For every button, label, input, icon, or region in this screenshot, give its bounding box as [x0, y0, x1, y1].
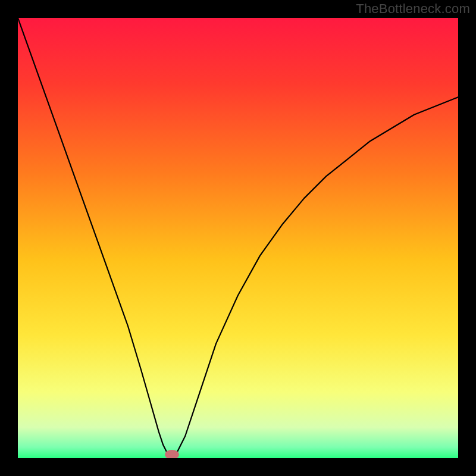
gradient-background	[18, 18, 458, 458]
plot-area	[18, 18, 458, 458]
watermark-text: TheBottleneck.com	[356, 1, 470, 17]
chart-container: TheBottleneck.com	[0, 0, 476, 476]
chart-svg	[18, 18, 458, 458]
